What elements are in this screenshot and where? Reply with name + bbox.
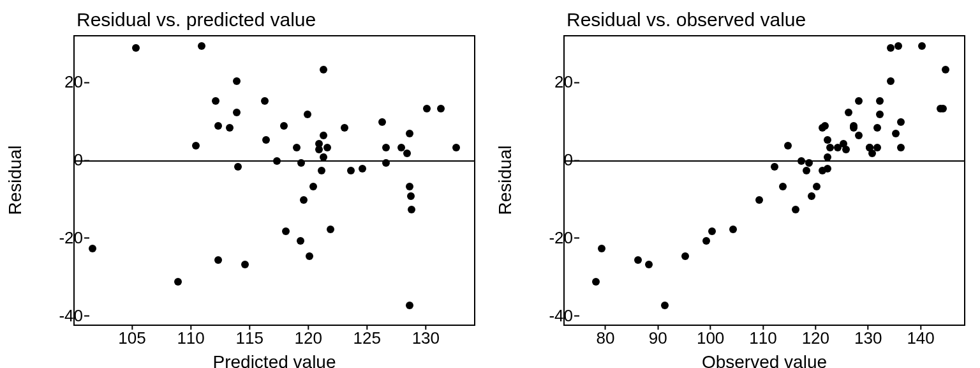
data-point [598,245,605,252]
data-point [784,142,792,150]
data-point [855,132,863,139]
data-point [382,144,390,151]
zero-reference-line [565,160,964,162]
data-point [779,183,787,190]
data-point [661,302,669,309]
data-point [826,144,834,151]
data-point [873,124,881,132]
y-tick: -20 [59,227,83,247]
data-point [315,146,323,153]
x-axis-label-left: Predicted value [212,352,336,368]
data-point [261,97,269,105]
data-point [378,118,386,126]
y-tick: 20 [64,72,83,92]
data-point [895,42,902,50]
data-point [304,111,311,118]
y-tick: -40 [59,305,83,325]
data-point [771,163,778,171]
data-point [755,196,763,204]
data-point [842,146,850,153]
data-point [645,261,653,268]
data-point [234,163,242,171]
data-point [892,130,900,137]
data-point [824,136,831,144]
data-point [897,118,905,126]
data-point [306,252,313,260]
data-point [212,97,219,105]
data-point [320,153,327,161]
data-point [282,227,290,235]
data-point [681,252,689,260]
data-point [634,256,642,264]
x-tick: 120 [295,328,322,348]
data-point [297,159,305,167]
x-tick: 130 [412,328,440,348]
y-tick: -40 [549,305,573,325]
data-point [262,136,270,144]
x-tick: 90 [649,328,667,348]
data-point [359,165,366,172]
y-tick: 0 [564,150,573,170]
data-point [174,278,182,286]
data-point [887,44,895,52]
plot-area-right [563,35,965,326]
data-point [408,206,415,213]
x-tick: 140 [907,328,934,348]
data-point [813,183,820,190]
data-point [592,278,600,286]
data-point [729,226,737,233]
data-point [850,122,858,130]
data-point [293,144,301,151]
data-point [452,144,460,151]
data-point [198,42,205,50]
chart-canvas: Residual vs. predicted value Residual Pr… [0,0,980,368]
x-tick: 100 [697,328,724,348]
panel-residual-vs-predicted: Residual vs. predicted value Residual Pr… [0,0,490,368]
plot-area-left [73,35,475,326]
data-point [233,77,241,85]
data-point [320,132,327,139]
data-point [89,245,96,252]
data-point [798,157,805,165]
data-point [855,97,863,105]
data-point [942,66,949,73]
data-point [437,105,445,112]
x-tick: 110 [749,328,776,348]
data-point [341,124,348,132]
data-point [233,109,241,116]
data-point [702,237,710,245]
data-point [805,159,813,167]
data-point [406,183,413,190]
x-tick: 115 [235,328,263,348]
x-tick: 105 [118,328,145,348]
data-point [382,159,390,167]
data-point [708,227,716,235]
x-axis-label-right: Observed value [702,352,827,368]
data-point [327,226,334,233]
data-point [273,157,281,165]
data-point [297,237,304,245]
data-point [347,167,355,174]
panel-residual-vs-observed: Residual vs. observed value Residual Obs… [490,0,980,368]
data-point [824,153,831,161]
data-point [824,165,831,172]
data-point [918,42,926,50]
data-point [214,122,222,130]
data-point [873,144,881,151]
x-tick: 80 [596,328,614,348]
y-axis-label-left: Residual [5,146,26,215]
x-tick: 110 [177,328,204,348]
data-point [226,124,234,132]
data-point [214,256,222,264]
data-point [407,192,415,200]
data-point [323,144,331,151]
data-point [403,150,411,157]
data-point [280,122,288,130]
chart-title-left: Residual vs. predicted value [77,9,316,31]
data-point [792,206,799,213]
y-tick: -20 [549,227,573,247]
data-point [241,261,249,268]
data-point [897,144,905,151]
data-point [887,77,895,85]
data-point [423,105,431,112]
